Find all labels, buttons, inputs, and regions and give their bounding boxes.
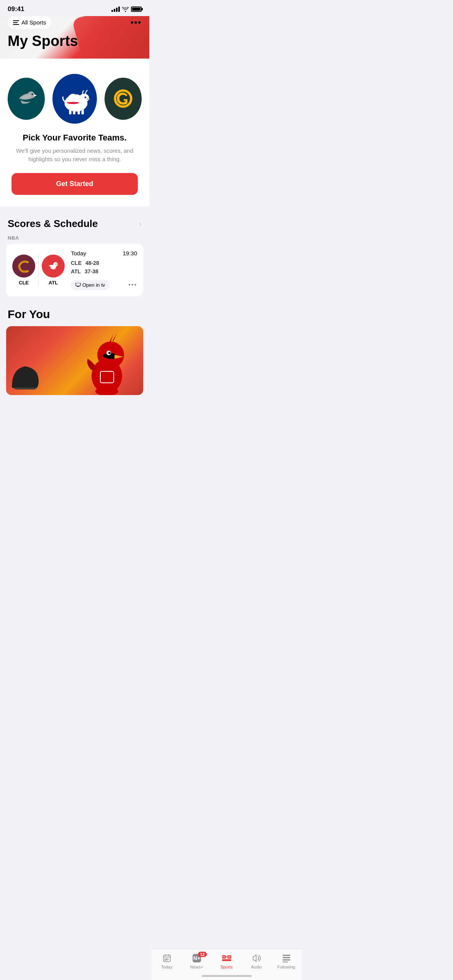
svg-point-18 xyxy=(56,263,57,265)
teams-section xyxy=(0,59,149,133)
cardinals-mascot-icon xyxy=(82,326,132,395)
teams-display: CLE xyxy=(12,255,65,286)
home-abbr-inline: CLE xyxy=(71,260,82,266)
for-you-header: For You xyxy=(0,308,149,326)
hamburger-icon xyxy=(13,20,19,25)
cavs-icon xyxy=(15,258,32,274)
helmet-icon xyxy=(10,361,41,395)
svg-point-6 xyxy=(85,96,87,98)
game-time: 19:30 xyxy=(123,250,137,256)
scores-header: Scores & Schedule › xyxy=(0,218,149,235)
all-sports-button[interactable]: All Sports xyxy=(8,16,51,29)
open-in-tv-label: Open in tv xyxy=(82,282,105,288)
away-team-abbr: ATL xyxy=(49,280,58,286)
home-team-abbr: CLE xyxy=(19,280,29,286)
home-team-block: CLE xyxy=(12,255,35,286)
game-card: CLE xyxy=(6,244,143,296)
game-date: Today xyxy=(71,250,86,256)
open-in-tv-button[interactable]: Open in tv xyxy=(71,280,110,290)
svg-rect-10 xyxy=(78,110,80,114)
game-info: Today 19:30 CLE 48-28 ATL 37-38 Open in … xyxy=(69,250,137,290)
game-actions: Open in tv ••• xyxy=(71,280,137,290)
more-button[interactable]: ••• xyxy=(131,18,142,28)
svg-point-24 xyxy=(108,352,111,354)
scores-section: Scores & Schedule › NBA CLE xyxy=(0,206,149,296)
svg-rect-8 xyxy=(69,110,72,114)
for-you-title: For You xyxy=(8,308,142,321)
home-record: 48-28 xyxy=(85,260,99,266)
header: All Sports ••• My Sports xyxy=(0,16,149,59)
header-nav: All Sports ••• xyxy=(8,16,142,29)
pick-teams-description: We'll give you personalized news, scores… xyxy=(11,147,138,164)
away-record: 37-38 xyxy=(85,268,98,274)
game-time-row: Today 19:30 xyxy=(71,250,137,256)
signal-icon xyxy=(111,7,120,12)
cavs-logo xyxy=(12,255,35,278)
eagles-logo xyxy=(8,78,45,120)
svg-rect-25 xyxy=(100,371,114,383)
wifi-icon xyxy=(122,7,129,12)
packers-icon xyxy=(109,84,137,113)
game-more-button[interactable]: ••• xyxy=(128,281,137,288)
svg-rect-20 xyxy=(77,286,79,287)
status-bar: 09:41 xyxy=(0,0,149,16)
status-time: 09:41 xyxy=(8,5,24,13)
packers-logo xyxy=(105,78,142,120)
for-you-image xyxy=(6,326,143,395)
bills-icon xyxy=(56,80,93,117)
pick-teams-section: Pick Your Favorite Teams. We'll give you… xyxy=(0,133,149,206)
get-started-button[interactable]: Get Started xyxy=(11,173,138,195)
bills-logo xyxy=(52,74,96,124)
game-records: CLE 48-28 ATL 37-38 xyxy=(71,259,137,276)
status-icons xyxy=(111,7,142,12)
scores-title: Scores & Schedule xyxy=(8,218,98,230)
page-title: My Sports xyxy=(8,33,142,49)
all-sports-label: All Sports xyxy=(21,19,46,26)
main-content: Pick Your Favorite Teams. We'll give you… xyxy=(0,59,149,206)
hawks-icon xyxy=(45,258,62,274)
battery-icon xyxy=(131,7,142,12)
svg-point-7 xyxy=(87,98,90,100)
svg-point-17 xyxy=(53,262,58,266)
pick-teams-title: Pick Your Favorite Teams. xyxy=(11,133,138,143)
eagles-icon xyxy=(12,84,41,113)
svg-rect-19 xyxy=(76,283,80,286)
away-abbr-inline: ATL xyxy=(71,268,81,274)
svg-point-3 xyxy=(32,94,33,95)
for-you-section: For You xyxy=(0,296,149,441)
svg-rect-9 xyxy=(73,111,75,114)
apple-tv-icon xyxy=(75,283,81,287)
hawks-logo xyxy=(42,255,65,278)
away-team-block: ATL xyxy=(42,255,65,286)
team-divider xyxy=(38,255,39,286)
svg-rect-11 xyxy=(82,109,84,114)
svg-point-5 xyxy=(80,94,89,102)
for-you-image-bg xyxy=(6,326,143,395)
league-label: NBA xyxy=(0,235,149,244)
scores-chevron-icon[interactable]: › xyxy=(139,219,142,228)
